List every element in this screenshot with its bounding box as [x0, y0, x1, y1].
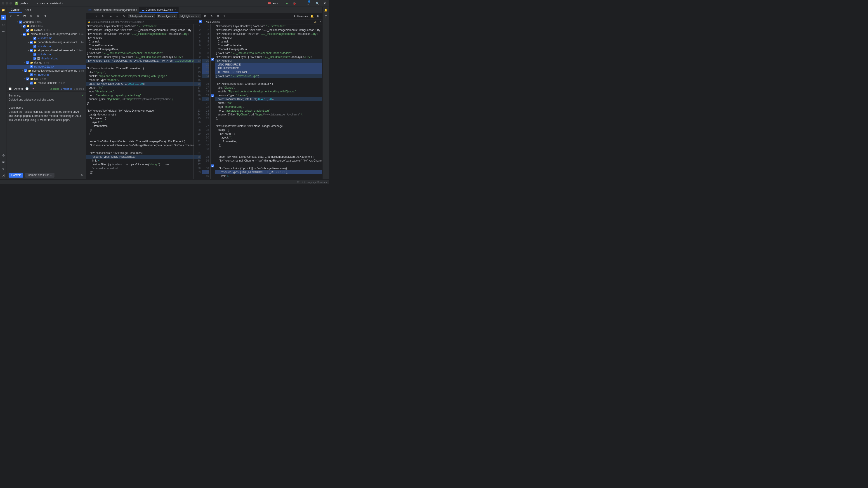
commit-button[interactable]: Commit	[8, 173, 23, 177]
node-dotnet[interactable]: dotnet/tips/extract-method-refactoring	[32, 69, 77, 72]
code-line[interactable]: data() :{layout:string} {	[86, 113, 193, 117]
checkbox[interactable]	[26, 77, 29, 80]
file-thumbnail[interactable]: thumbnail.png	[41, 57, 58, 60]
chevron-down-icon[interactable]: ▾	[21, 33, 23, 35]
checkbox[interactable]	[33, 53, 36, 56]
node-critical[interactable]: critical-thinking-in-an-ai-powered-world	[31, 33, 77, 36]
checkbox[interactable]	[26, 29, 29, 32]
external-icon[interactable]: ⧉	[121, 14, 126, 19]
more-icon[interactable]: ⋮	[300, 1, 304, 6]
code-line[interactable]: data() : {	[215, 128, 322, 132]
code-line[interactable]: subnav: [{ title: "PyCharm", url: "https…	[86, 97, 193, 101]
chevron-down-icon[interactable]: ▾	[24, 29, 26, 31]
sync-scroll-icon[interactable]: ⇅	[209, 14, 214, 19]
code-line[interactable]: ...frontmatter,	[215, 140, 322, 143]
code-line[interactable]: };	[215, 117, 322, 121]
chevron-down-icon[interactable]: ▾	[27, 41, 30, 43]
code-line[interactable]: "kw">import HeroSection "kw">from "../..…	[86, 32, 193, 36]
code-line[interactable]: "kw">import ListingSection "kw">from "..…	[86, 28, 193, 32]
code-line[interactable]: ...frontmatter,	[86, 124, 193, 128]
code-line[interactable]: "kw">import { BaseLayout } "kw">from "..…	[215, 55, 322, 59]
code-line[interactable]: TIP_RESOURCE,	[215, 67, 322, 70]
code-line[interactable]: };	[86, 101, 193, 105]
code-line[interactable]: //channel: channel.url,	[86, 166, 193, 170]
code-line[interactable]: logo: "thumbnail.png",	[215, 105, 322, 109]
code-line[interactable]	[86, 105, 193, 109]
changelist-icon[interactable]: ⇅	[36, 14, 40, 18]
code-line[interactable]	[215, 163, 322, 166]
viewer-mode-select[interactable]: Side-by-side viewer▾	[128, 14, 155, 18]
code-line[interactable]: subtitle: "Tips and content for developm…	[86, 74, 193, 78]
edit-icon[interactable]: ✎	[100, 14, 105, 19]
settings-icon[interactable]: ⚙	[323, 1, 327, 6]
tab-extract-method[interactable]: M↓ extract-method-refactoring/index.md	[86, 7, 140, 13]
code-line[interactable]: TUTORIAL_RESOURCE,	[215, 70, 322, 74]
code-line[interactable]: "kw">return {	[86, 117, 193, 121]
node-gentest[interactable]: generate-tests-using-ai-assistant	[38, 41, 77, 44]
tab-commit-diff[interactable]: ⬓ Commit: index.11ty.tsx ×	[140, 7, 178, 13]
code-line[interactable]: ChannelFrontmatter,	[86, 43, 193, 47]
code-line[interactable]	[86, 136, 193, 140]
code-line[interactable]: render("kw">this: LayoutContext, data: C…	[215, 155, 322, 159]
help-icon[interactable]: ?	[222, 14, 226, 19]
tab-commit[interactable]: Commit	[8, 7, 22, 13]
code-line[interactable]: "kw">const channel: Channel = "kw">this.…	[86, 143, 193, 147]
project-badge[interactable]: G	[15, 2, 18, 5]
code-line[interactable]: date: "kw">new Date(Date.UTC(2024, 10, 2…	[215, 97, 322, 101]
code-line[interactable]: author: "hs",	[215, 101, 322, 105]
code-line[interactable]: "kw">const links :(Tip|Link)[] = "kw">th…	[215, 166, 322, 170]
code-line[interactable]: }	[86, 132, 193, 136]
run-icon[interactable]: ▶	[284, 1, 289, 6]
project-tool-icon[interactable]: 📁	[1, 8, 5, 12]
commit-settings-icon[interactable]: ⚙	[79, 173, 84, 177]
code-line[interactable]: };	[215, 143, 322, 147]
code-line[interactable]: subtitle: "Tips and content for developm…	[215, 90, 322, 94]
code-line[interactable]: "kw">export "kw">default "kw">class Djan…	[86, 109, 193, 113]
options-icon[interactable]: ⋮	[72, 8, 77, 12]
history-icon[interactable]: 🕘	[25, 87, 29, 91]
node-resolve[interactable]: resolve-conflicts	[38, 81, 57, 85]
code-line[interactable]	[215, 151, 322, 155]
checkbox[interactable]	[24, 69, 27, 72]
debug-icon[interactable]: 🐞	[292, 1, 297, 6]
node-tips[interactable]: tips	[34, 77, 38, 80]
changes-tree[interactable]: ▾Changes9 files ▾📁site9 files ▾📁ai/links…	[7, 19, 86, 86]
checkbox[interactable]	[30, 41, 33, 44]
database-tool-icon[interactable]: 🗄	[324, 15, 328, 19]
warning-icon[interactable]: ⚠	[314, 20, 316, 23]
refresh-icon[interactable]: ⟳	[8, 14, 13, 18]
checkbox[interactable]	[33, 57, 36, 60]
minimize-window[interactable]	[6, 2, 8, 4]
chevron-down-icon[interactable]: ▾	[22, 70, 24, 72]
code-line[interactable]: date: "kw">new Date(Date.UTC(2023, 10, 2…	[86, 82, 193, 86]
file-index-md[interactable]: index.md	[41, 45, 53, 48]
db-icon[interactable]: 🗄	[316, 14, 320, 19]
checkbox[interactable]	[33, 37, 36, 40]
code-line[interactable]: ChannelHomepageData,	[215, 47, 322, 51]
code-line[interactable]: hero: "/assets/django_splash_gradient.sv…	[215, 109, 322, 113]
code-line[interactable]: "kw">const frontmatter: ChannelFrontmatt…	[86, 67, 193, 70]
minimize-panel-icon[interactable]: —	[79, 8, 84, 12]
hunk-checkbox[interactable]	[211, 164, 214, 167]
file-index-tsx[interactable]: index.11ty.tsx	[38, 65, 54, 68]
checkbox[interactable]	[30, 73, 33, 76]
checkbox[interactable]	[30, 49, 33, 52]
settings-icon[interactable]: ⚙	[216, 14, 220, 19]
lang-services[interactable]: { }Language Services	[302, 181, 327, 184]
ai-icon[interactable]: ✦	[31, 87, 35, 91]
code-line[interactable]: title: "Django",	[215, 86, 322, 90]
run-config-selector[interactable]: JS dev▾	[268, 2, 278, 5]
code-line[interactable]: hero: "/assets/django_splash_gradient.sv…	[86, 94, 193, 97]
code-line[interactable]: resourceTypes: [LINK_RESOURCE, TIP_RESOU…	[215, 170, 322, 174]
next-diff-icon[interactable]: ↓	[94, 14, 98, 19]
code-line[interactable]: "kw">import {	[215, 59, 322, 63]
code-line[interactable]: render("kw">this: LayoutContext, data: C…	[86, 140, 193, 143]
file-index-md[interactable]: index.md	[41, 53, 53, 56]
code-line[interactable]: };	[86, 128, 193, 132]
collapse-icon[interactable]: ⊟	[203, 14, 208, 19]
chevron-down-icon[interactable]: ▾	[27, 49, 30, 52]
code-line[interactable]: "kw">import { LayoutContext } "kw">from …	[215, 24, 322, 28]
maximize-window[interactable]	[9, 2, 12, 4]
terminal-tool-icon[interactable]: ▣	[1, 160, 5, 164]
code-line[interactable]: });	[86, 170, 193, 174]
